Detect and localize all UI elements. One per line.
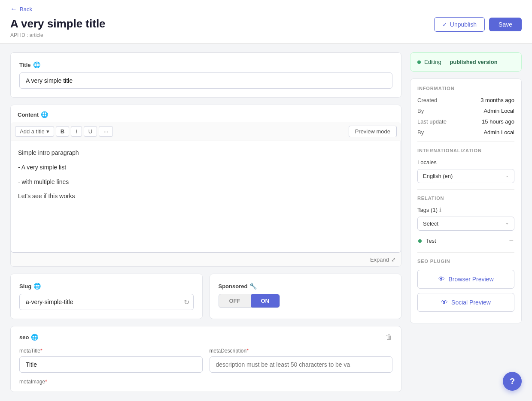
- page-title: A very simple title: [10, 17, 106, 30]
- seo-plugin-section: 👁 Browser Preview 👁 Social Preview: [417, 270, 514, 312]
- tags-info-icon: ℹ: [439, 207, 441, 213]
- title-group: A very simple title API ID : article: [10, 17, 106, 38]
- content-toolbar: Add a title ▾ B I U ··· Preview mode: [11, 122, 401, 141]
- meta-title-input[interactable]: [19, 356, 203, 373]
- page-wrapper: ← Back A very simple title API ID : arti…: [0, 0, 532, 401]
- help-button[interactable]: ?: [503, 372, 522, 391]
- information-card: INFORMATION Created 3 months ago By Admi…: [410, 78, 522, 323]
- slug-label: Slug 🌐: [19, 283, 194, 289]
- divider-2: [417, 189, 514, 190]
- seo-globe-icon: 🌐: [31, 334, 38, 341]
- sponsored-label: Sponsored 🔧: [219, 283, 393, 289]
- relation-title: RELATION: [417, 196, 514, 201]
- title-input[interactable]: [19, 72, 392, 89]
- back-link[interactable]: ← Back: [10, 5, 522, 13]
- locale-select[interactable]: English (en): [417, 169, 514, 183]
- browser-preview-eye-icon: 👁: [438, 275, 445, 283]
- tags-select[interactable]: Select: [417, 217, 514, 231]
- seo-plugin-title: SEO PLUGIN: [417, 259, 514, 264]
- by2-row: By Admin Local: [417, 129, 514, 136]
- header-actions: ✓ Unpublish Save: [434, 17, 522, 32]
- seo-label: seo 🌐: [19, 334, 38, 341]
- more-options-button[interactable]: ···: [99, 126, 113, 137]
- slug-sponsored-row: Slug 🌐 ↻ Sponsored 🔧 OFF ON: [10, 274, 401, 319]
- internationalization-title: INTERNATIONALIZATION: [417, 148, 514, 153]
- content-editor[interactable]: Simple intro paragraph - A very simple l…: [11, 141, 401, 253]
- back-arrow-icon: ←: [10, 5, 17, 13]
- content-line-2: - A very simple list: [18, 163, 394, 173]
- last-update-label: Last update: [417, 118, 447, 125]
- sponsored-info-icon: 🔧: [249, 283, 257, 289]
- by-label: By: [417, 108, 424, 114]
- globe-icon: 🌐: [33, 61, 40, 68]
- slug-input-wrapper: ↻: [19, 294, 194, 310]
- tags-select-wrapper: Select: [417, 217, 514, 231]
- by-value: Admin Local: [483, 108, 514, 114]
- tag-name: Test: [426, 238, 436, 244]
- tag-item: Test −: [417, 235, 514, 246]
- right-panel: Editing published version INFORMATION Cr…: [410, 52, 522, 392]
- api-id: API ID : article: [10, 32, 106, 38]
- divider-3: [417, 252, 514, 253]
- chevron-down-icon: ▾: [46, 128, 49, 135]
- toggle-off[interactable]: OFF: [219, 294, 251, 308]
- underline-button[interactable]: U: [84, 126, 97, 137]
- seo-card: seo 🌐 🗑 metaTitle* metaDescription: [10, 326, 401, 392]
- top-bar: ← Back A very simple title API ID : arti…: [0, 0, 532, 44]
- social-preview-button[interactable]: 👁 Social Preview: [417, 293, 514, 312]
- left-panel: Title 🌐 Content 🌐 Add a titl: [10, 52, 401, 392]
- by2-value: Admin Local: [483, 129, 514, 136]
- unpublish-button[interactable]: ✓ Unpublish: [434, 17, 485, 32]
- main-content: Title 🌐 Content 🌐 Add a titl: [0, 44, 532, 401]
- content-globe-icon: 🌐: [41, 111, 48, 118]
- tag-dot: [418, 239, 422, 243]
- expand-button[interactable]: Expand ⤢: [370, 256, 396, 263]
- browser-preview-button[interactable]: 👁 Browser Preview: [417, 270, 514, 289]
- editing-label: Editing: [424, 59, 441, 65]
- content-line-1: Simple intro paragraph: [18, 148, 394, 158]
- meta-description-label: metaDescription*: [210, 348, 393, 354]
- content-line-3: - with multiple lines: [18, 177, 394, 187]
- by-row: By Admin Local: [417, 108, 514, 114]
- seo-header: seo 🌐 🗑: [19, 333, 392, 341]
- status-dot: [417, 60, 421, 64]
- toggle-on[interactable]: ON: [251, 294, 280, 308]
- bold-button[interactable]: B: [56, 126, 69, 137]
- locale-select-wrapper: English (en): [417, 169, 514, 183]
- add-title-button[interactable]: Add a title ▾: [15, 126, 54, 137]
- created-row: Created 3 months ago: [417, 97, 514, 103]
- tag-remove-button[interactable]: −: [509, 237, 514, 244]
- locales-label: Locales: [417, 159, 514, 166]
- expand-icon: ⤢: [391, 256, 396, 263]
- back-label: Back: [20, 6, 32, 12]
- sponsored-card: Sponsored 🔧 OFF ON: [210, 274, 402, 319]
- meta-title-label: metaTitle*: [19, 348, 203, 354]
- expand-row: Expand ⤢: [11, 253, 401, 266]
- by2-label: By: [417, 129, 424, 136]
- seo-grid: metaTitle* metaDescription*: [19, 348, 392, 373]
- status-card: Editing published version: [410, 52, 522, 72]
- seo-delete-icon[interactable]: 🗑: [386, 333, 392, 341]
- divider-1: [417, 142, 514, 142]
- italic-button[interactable]: I: [71, 126, 82, 137]
- toggle-wrapper: OFF ON: [219, 294, 280, 308]
- meta-description-input[interactable]: [210, 356, 393, 373]
- published-label: published version: [450, 59, 497, 65]
- slug-card: Slug 🌐 ↻: [10, 274, 203, 319]
- last-update-value: 15 hours ago: [482, 118, 514, 125]
- social-preview-eye-icon: 👁: [441, 298, 448, 306]
- content-label-wrapper: Content 🌐: [11, 105, 401, 118]
- information-section-title: INFORMATION: [417, 86, 514, 91]
- slug-input[interactable]: [19, 294, 194, 310]
- title-card: Title 🌐: [10, 52, 401, 98]
- meta-image-required: *: [45, 379, 47, 385]
- slug-globe-icon: 🌐: [33, 283, 41, 289]
- meta-title-required: *: [40, 348, 43, 354]
- preview-mode-button[interactable]: Preview mode: [349, 126, 397, 137]
- save-button[interactable]: Save: [489, 18, 522, 31]
- meta-image-label: metaImage*: [19, 379, 392, 385]
- meta-description-required: *: [246, 348, 249, 354]
- refresh-icon[interactable]: ↻: [184, 298, 189, 306]
- toolbar-left: Add a title ▾ B I U ···: [15, 126, 113, 137]
- tag-left: Test: [418, 237, 436, 244]
